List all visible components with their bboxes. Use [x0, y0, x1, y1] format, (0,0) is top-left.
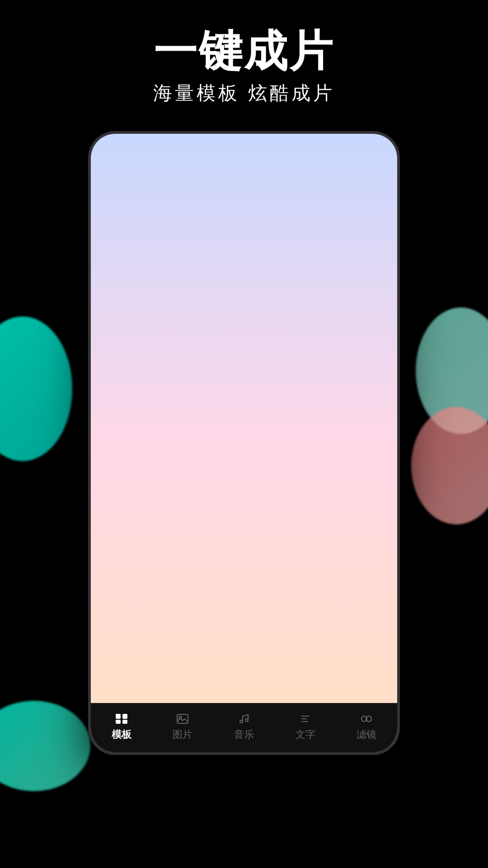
nav-label-template: 模板 — [112, 728, 131, 741]
svg-rect-0 — [116, 714, 121, 719]
nav-item-template[interactable]: 模板 — [112, 712, 131, 741]
template-list — [91, 504, 397, 604]
text-icon — [297, 712, 314, 725]
main-title: 一键成片 — [0, 27, 488, 75]
bg-decoration-br — [411, 407, 488, 524]
sub-title: 海量模板 炫酷成片 — [0, 80, 488, 106]
image-icon — [174, 712, 191, 725]
nav-label-filter: 滤镜 — [357, 728, 376, 741]
nav-label-image: 图片 — [173, 728, 192, 741]
nav-label-text: 文字 — [296, 728, 315, 741]
svg-rect-4 — [177, 714, 188, 723]
bg-decoration-tl — [0, 316, 72, 461]
nav-label-music: 音乐 — [234, 728, 254, 741]
svg-rect-1 — [122, 714, 127, 719]
svg-point-7 — [245, 719, 248, 722]
nav-item-filter[interactable]: 滤镜 — [357, 712, 376, 741]
bottom-nav: 模板 图片 音乐 — [91, 703, 397, 752]
template-thumb-3[interactable] — [286, 511, 372, 597]
nav-item-image[interactable]: 图片 — [173, 712, 192, 741]
svg-rect-3 — [122, 720, 127, 724]
nav-item-music[interactable]: 音乐 — [234, 712, 254, 741]
bg-decoration-bl — [0, 701, 90, 791]
title-area: 一键成片 海量模板 炫酷成片 — [0, 27, 488, 106]
svg-point-6 — [240, 720, 243, 723]
filter-icon — [358, 712, 375, 725]
phone-mockup: 9:41 📶 ‹ 导出 — [88, 131, 400, 755]
music-icon — [236, 712, 252, 725]
template-icon — [113, 712, 130, 725]
nav-item-text[interactable]: 文字 — [296, 712, 315, 741]
svg-rect-2 — [116, 720, 121, 724]
